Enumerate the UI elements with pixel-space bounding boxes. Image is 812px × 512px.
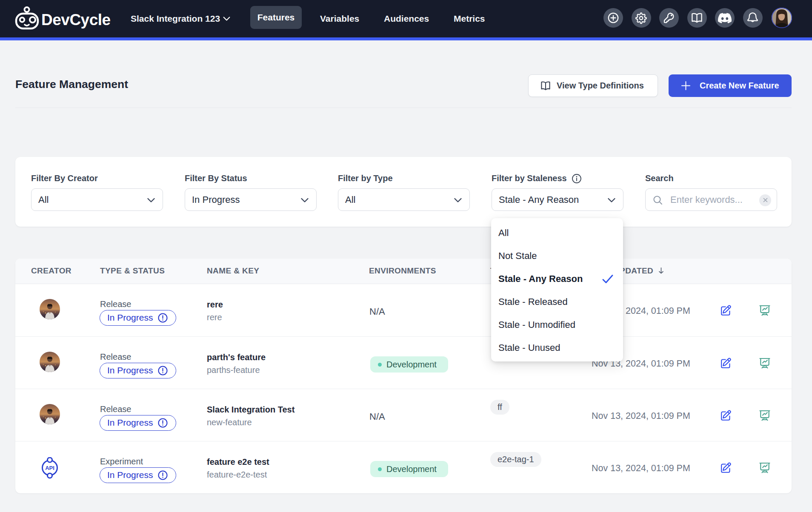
svg-text:API: API: [45, 465, 54, 471]
